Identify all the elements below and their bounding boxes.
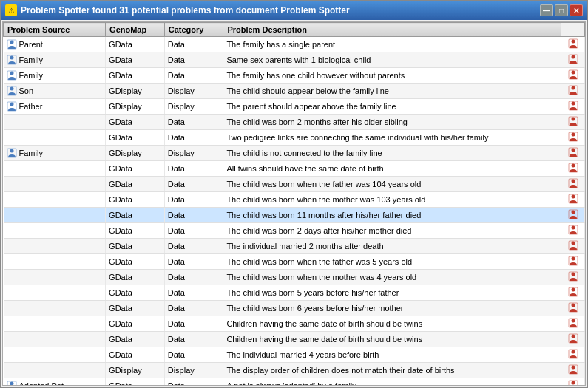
cell-geno: GDisplay xyxy=(106,99,165,115)
col-header-geno[interactable]: GenoMap xyxy=(106,23,165,37)
table-row[interactable]: FamilyGDisplayDisplayThe child is not co… xyxy=(4,146,585,161)
cell-geno: GData xyxy=(106,332,165,347)
cell-source xyxy=(4,254,106,270)
cell-category: Display xyxy=(164,363,223,378)
cell-source: Adopted Pet xyxy=(4,378,106,386)
cell-geno: GData xyxy=(106,52,165,68)
table-row[interactable]: FatherGDisplayDisplayThe parent should a… xyxy=(4,99,585,115)
cell-end-icon xyxy=(561,363,585,378)
table-row[interactable]: GDataDataThe child was born 6 years befo… xyxy=(4,301,585,316)
cell-geno: GData xyxy=(106,115,165,130)
cell-geno: GData xyxy=(106,270,165,285)
cell-category: Data xyxy=(164,239,223,254)
table-row[interactable]: SonGDisplayDisplayThe child should appea… xyxy=(4,84,585,99)
cell-description: The child was born when the father was 1… xyxy=(223,177,561,192)
table-row[interactable]: GDataDataThe individual married 2 months… xyxy=(4,239,585,254)
cell-source: Parent xyxy=(4,37,106,52)
table-header-row: Problem Source GenoMap Category Problem … xyxy=(4,23,585,37)
cell-source: Son xyxy=(4,84,106,99)
svg-point-6 xyxy=(571,55,575,59)
table-container[interactable]: Problem Source GenoMap Category Problem … xyxy=(3,22,585,385)
table-row[interactable]: GDataDataChildren having the same date o… xyxy=(4,332,585,347)
cell-end-icon xyxy=(561,223,585,239)
cell-source xyxy=(4,192,106,208)
cell-source: Family xyxy=(4,146,106,161)
svg-point-26 xyxy=(571,149,575,152)
cell-description: All twins should have the same date of b… xyxy=(223,161,561,177)
svg-point-14 xyxy=(571,86,575,90)
cell-description: Children having the same date of birth s… xyxy=(223,316,561,332)
cell-geno: GData xyxy=(106,254,165,270)
table-row[interactable]: GDataDataThe child was born when the mot… xyxy=(4,270,585,285)
cell-category: Data xyxy=(164,208,223,223)
cell-description: The child was born 6 years before his/he… xyxy=(223,301,561,316)
col-header-source[interactable]: Problem Source xyxy=(4,23,106,37)
cell-description: The display order of children does not m… xyxy=(223,363,561,378)
table-row[interactable]: GDisplayDisplayThe display order of chil… xyxy=(4,363,585,378)
table-row[interactable]: GDataDataTwo pedigree links are connecti… xyxy=(4,130,585,146)
table-row[interactable]: FamilyGDataDataSame sex parents with 1 b… xyxy=(4,52,585,68)
row-person-icon xyxy=(568,38,578,49)
cell-source xyxy=(4,115,106,130)
table-row[interactable]: ParentGDataDataThe family has a single p… xyxy=(4,37,585,52)
col-header-cat[interactable]: Category xyxy=(164,23,223,37)
table-row[interactable]: GDataDataThe child was born when the fat… xyxy=(4,254,585,270)
row-person-icon xyxy=(568,256,578,266)
svg-point-48 xyxy=(571,319,575,323)
source-text: Family xyxy=(19,55,43,64)
cell-category: Data xyxy=(164,52,223,68)
table-row[interactable]: GDataDataThe child was born 2 months aft… xyxy=(4,115,585,130)
cell-geno: GDisplay xyxy=(106,363,165,378)
maximize-button[interactable]: □ xyxy=(555,4,568,16)
cell-category: Data xyxy=(164,316,223,332)
table-row[interactable]: GDataDataAll twins should have the same … xyxy=(4,161,585,177)
window-title: Problem Spotter found 31 potential probl… xyxy=(21,5,350,16)
title-bar-left: ⚠ Problem Spotter found 31 potential pro… xyxy=(5,4,350,16)
svg-point-42 xyxy=(571,273,575,276)
cell-description: Children having the same date of birth s… xyxy=(223,332,561,347)
table-row[interactable]: GDataDataThe child was born when the fat… xyxy=(4,177,585,192)
person-icon xyxy=(7,381,17,385)
table-row[interactable]: GDataDataThe child was born 5 years befo… xyxy=(4,285,585,301)
svg-point-22 xyxy=(571,133,575,137)
svg-point-58 xyxy=(571,381,575,385)
table-row[interactable]: GDataDataThe child was born when the mot… xyxy=(4,192,585,208)
app-icon: ⚠ xyxy=(5,4,17,16)
cell-source: Family xyxy=(4,52,106,68)
person-icon xyxy=(7,39,17,50)
cell-end-icon xyxy=(561,332,585,347)
table-row[interactable]: GDataDataThe child was born 2 days after… xyxy=(4,223,585,239)
row-person-icon xyxy=(568,147,578,157)
table-row[interactable]: GDataDataThe individual married 4 years … xyxy=(4,347,585,363)
cell-category: Display xyxy=(164,99,223,115)
cell-description: The child was born when the mother was 4… xyxy=(223,270,561,285)
table-row[interactable]: FamilyGDataDataThe family has one child … xyxy=(4,68,585,84)
source-text: Adopted Pet xyxy=(19,381,64,385)
table-row[interactable]: GDataDataChildren having the same date o… xyxy=(4,316,585,332)
cell-category: Data xyxy=(164,285,223,301)
cell-category: Data xyxy=(164,254,223,270)
cell-source xyxy=(4,347,106,363)
svg-point-2 xyxy=(571,40,575,44)
col-header-desc[interactable]: Problem Description xyxy=(223,23,561,37)
person-icon xyxy=(7,101,17,112)
problems-table: Problem Source GenoMap Category Problem … xyxy=(3,22,585,385)
cell-end-icon xyxy=(561,316,585,332)
minimize-button[interactable]: — xyxy=(540,4,553,16)
cell-source xyxy=(4,130,106,146)
cell-category: Data xyxy=(164,192,223,208)
cell-end-icon xyxy=(561,115,585,130)
cell-source xyxy=(4,239,106,254)
row-person-icon xyxy=(568,54,578,64)
cell-geno: GDisplay xyxy=(106,84,165,99)
close-button[interactable]: ✕ xyxy=(570,4,583,16)
row-person-icon xyxy=(568,101,578,111)
row-person-icon xyxy=(568,225,578,235)
svg-point-20 xyxy=(571,118,575,121)
table-row[interactable]: Adopted PetGDataDataA pet is always 'ado… xyxy=(4,378,585,386)
svg-point-4 xyxy=(10,56,13,60)
cell-geno: GData xyxy=(106,316,165,332)
row-person-icon xyxy=(568,364,578,375)
cell-description: Same sex parents with 1 biological child xyxy=(223,52,561,68)
table-row[interactable]: GDataDataThe child was born 11 months af… xyxy=(4,208,585,223)
